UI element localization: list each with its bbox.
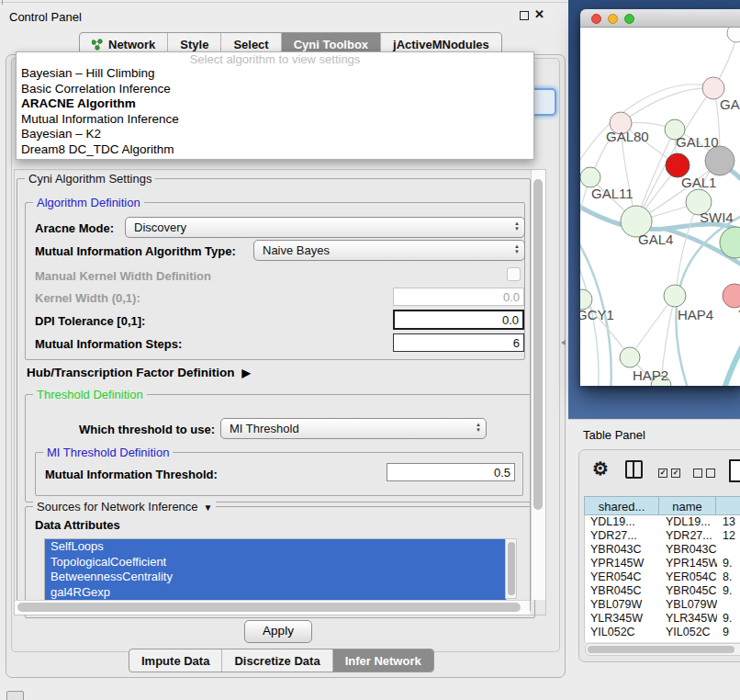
network-node-hap2[interactable] <box>620 347 640 367</box>
panel-resize-grabber-icon[interactable] <box>561 340 566 345</box>
table-cell: YBL079W <box>585 598 660 612</box>
close-icon[interactable]: ✕ <box>534 7 544 21</box>
table-row[interactable]: YBL079WYBL079W <box>585 598 740 612</box>
apply-button[interactable]: Apply <box>244 620 312 643</box>
network-edge <box>723 345 740 386</box>
column-header[interactable]: name <box>659 496 716 515</box>
tab-label: Select <box>233 38 268 51</box>
settings-viewport: Cyni Algorithm Settings Algorithm Defini… <box>14 169 546 615</box>
mi-type-label: Mutual Information Algorithm Type: <box>35 244 236 258</box>
network-window-titlebar[interactable] <box>580 9 740 28</box>
algorithm-option[interactable]: Bayesian – Hill Climbing <box>17 66 533 82</box>
which-threshold-select[interactable]: MI Threshold ▲▼ <box>220 418 487 439</box>
algorithm-option[interactable]: ARACNE Algorithm <box>17 96 533 112</box>
table-cell: YBR043C <box>660 543 717 557</box>
sources-toggle[interactable]: Sources for Network Inference▼ <box>33 500 216 514</box>
manual-kernel-checkbox[interactable] <box>507 267 521 281</box>
stepper-icon: ▲▼ <box>514 243 520 254</box>
mi-type-select[interactable]: Naive Bayes ▲▼ <box>253 240 525 261</box>
mi-threshold-group: MI Threshold Definition Mutual Informati… <box>35 452 523 496</box>
table-row[interactable]: YLR345WYLR345W9. <box>585 612 740 626</box>
node-label: GAL1 <box>681 175 716 190</box>
attribute-list-item[interactable]: gal4RGexp <box>45 585 506 601</box>
attribute-list-item[interactable]: TopologicalCoefficient <box>45 555 506 570</box>
table-cell: 9. <box>717 584 740 598</box>
network-view-window[interactable]: GALGAL80GAL10GAL11GAL1SWI4GAL4GCY1HAP4YH… <box>580 9 740 386</box>
table-row[interactable]: YDR27...YDR27...12 <box>585 529 740 543</box>
network-edge <box>580 85 712 167</box>
float-window-icon[interactable] <box>520 11 529 20</box>
group-title: Cyni Algorithm Settings <box>25 172 155 186</box>
export-table-icon[interactable] <box>729 459 740 482</box>
attribute-list-item[interactable]: SelfLoops <box>45 539 506 555</box>
data-attributes-list[interactable]: SelfLoopsTopologicalCoefficientBetweenne… <box>44 538 507 601</box>
settings-vertical-scrollbar[interactable] <box>531 170 545 600</box>
group-title: MI Threshold Definition <box>43 446 173 459</box>
mi-steps-field[interactable]: 6 <box>393 333 524 352</box>
control-panel-title: Control Panel <box>9 10 82 24</box>
table-row[interactable]: YBR045CYBR045C9. <box>585 584 740 598</box>
algorithm-option[interactable]: Bayesian – K2 <box>17 127 533 142</box>
network-node-gray-node[interactable] <box>705 146 734 175</box>
collapsed-panel-icon[interactable] <box>6 691 24 700</box>
table-cell: YER054C <box>585 570 660 584</box>
data-attributes-label: Data Attributes <box>35 518 120 532</box>
table-cell: 9. <box>717 612 740 626</box>
table-cell: YBL079W <box>660 598 717 612</box>
network-node-pink-right[interactable] <box>723 284 740 308</box>
tab-label: Cyni Toolbox <box>294 38 368 51</box>
kernel-width-label: Kernel Width (0,1): <box>35 291 140 305</box>
table-row[interactable]: YIL052CYIL052C9 <box>585 626 740 639</box>
dpi-tolerance-field[interactable]: 0.0 <box>393 310 524 330</box>
algorithm-option[interactable]: Dream8 DC_TDC Algorithm <box>17 142 533 158</box>
table-row[interactable]: YDL19...YDL19...13 <box>585 515 740 529</box>
algorithm-option[interactable]: Basic Correlation Inference <box>17 82 533 97</box>
which-threshold-label: Which threshold to use: <box>79 423 215 436</box>
minimize-traffic-light-icon[interactable] <box>608 14 618 24</box>
cyni-algorithm-settings-group: Cyni Algorithm Settings Algorithm Defini… <box>17 178 531 612</box>
collapse-down-icon: ▼ <box>204 502 213 513</box>
mi-threshold-label: Mutual Information Threshold: <box>45 468 218 481</box>
screen: Control Panel ✕ NetworkStyleSelectCyni T… <box>0 0 740 700</box>
tab-infer-network[interactable]: Infer Network <box>332 649 433 672</box>
settings-horizontal-scrollbar[interactable] <box>15 600 530 615</box>
tab-label: jActiveMNodules <box>393 38 489 51</box>
selected-value: Discovery <box>134 220 186 234</box>
mi-threshold-field[interactable]: 0.5 <box>387 463 515 481</box>
hub-definition-toggle[interactable]: Hub/Transcription Factor Definition▶ <box>27 366 251 379</box>
tab-label: Infer Network <box>345 654 421 668</box>
selected-value: Naive Bayes <box>263 243 330 257</box>
attribute-list-item[interactable]: BetweennessCentrality <box>45 570 506 585</box>
dpi-tolerance-label: DPI Tolerance [0,1]: <box>35 314 145 328</box>
table-cell <box>717 543 740 557</box>
table-row[interactable]: YBR043CYBR043C <box>585 543 740 557</box>
attributes-scrollbar[interactable] <box>505 538 517 599</box>
network-node-hap4[interactable] <box>664 285 686 307</box>
table-horizontal-scrollbar[interactable] <box>585 643 740 656</box>
close-traffic-light-icon[interactable] <box>591 14 601 24</box>
zoom-traffic-light-icon[interactable] <box>624 14 634 24</box>
table-settings-gear-icon[interactable]: ⚙ <box>592 457 609 480</box>
tab-discretize-data[interactable]: Discretize Data <box>221 649 331 672</box>
network-node-gal11[interactable] <box>580 167 600 187</box>
table-cell: 9. <box>717 557 740 570</box>
show-columns-icon[interactable] <box>625 460 643 479</box>
column-header[interactable] <box>716 496 740 515</box>
table-row[interactable]: YER054CYER054C8. <box>585 570 740 584</box>
deselect-all-checkboxes-icon[interactable] <box>693 469 715 478</box>
node-label: GAL11 <box>591 186 633 201</box>
aracne-mode-select[interactable]: Discovery ▲▼ <box>125 217 525 238</box>
kernel-width-field[interactable]: 0.0 <box>393 288 524 306</box>
tab-impute-data[interactable]: Impute Data <box>129 649 221 672</box>
table-row[interactable]: YPR145WYPR145W9. <box>585 557 740 570</box>
network-canvas[interactable]: GALGAL80GAL10GAL11GAL1SWI4GAL4GCY1HAP4YH… <box>580 28 740 386</box>
table-cell: 13 <box>717 515 740 529</box>
network-node-top-partial[interactable] <box>727 28 740 42</box>
node-table: shared...name YDL19...YDL19...13YDR27...… <box>584 496 740 642</box>
column-header[interactable]: shared... <box>584 496 659 515</box>
select-all-checkboxes-icon[interactable]: ✓✓ <box>658 469 680 478</box>
network-edge <box>631 298 673 356</box>
top-divider <box>0 2 569 3</box>
network-edge <box>676 204 698 295</box>
algorithm-option[interactable]: Mutual Information Inference <box>17 112 533 128</box>
